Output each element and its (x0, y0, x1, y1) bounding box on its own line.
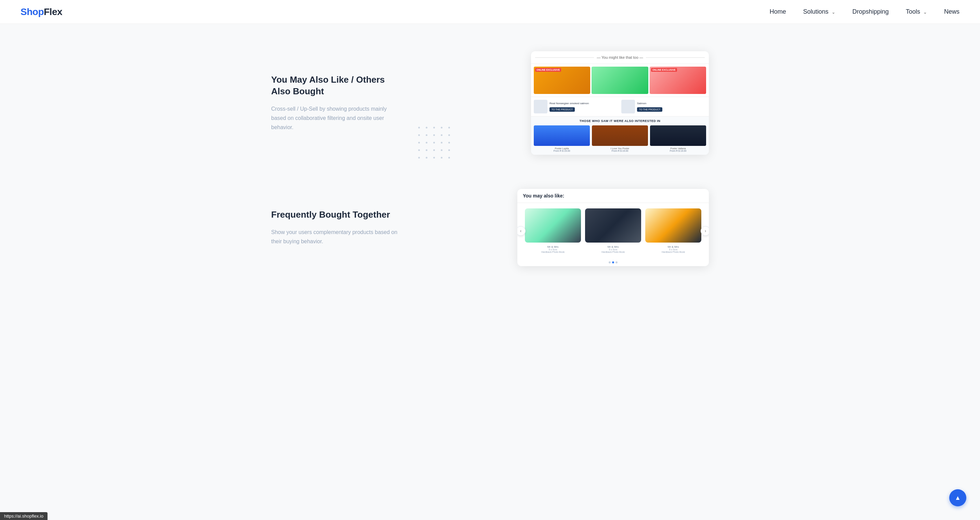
section-also-like-title: You May Also Like / Others Also Bought (271, 74, 401, 97)
to-product-button-2[interactable]: TO THE PRODUCT (637, 107, 662, 112)
mock-products-row: ONLINE EXCLUSIVE ONLINE EXCLUSIVE (531, 64, 709, 97)
mock-product-card-info-2: Salmon TO THE PRODUCT (637, 102, 706, 112)
dot-1 (609, 262, 611, 263)
mock-product-card-row: Real Norwegian smoked salmon TO THE PROD… (531, 97, 709, 116)
section-freq-bought-desc: Show your users complementary products b… (271, 228, 401, 246)
mock-interested-item-1: Poster Lupita From R $ 19.00 (534, 125, 590, 152)
mock-freq-product-3: Mr & Mrs 5 x 5cm Hardback Photo Book (643, 208, 703, 253)
logo-flex: Flex (44, 6, 62, 17)
main-content: You May Also Like / Others Also Bought C… (251, 24, 729, 328)
nav-item-news[interactable]: News (944, 8, 959, 15)
wedding-img-3 (645, 208, 701, 243)
nav-link-dropshipping[interactable]: Dropshipping (853, 8, 889, 15)
section-also-like: You May Also Like / Others Also Bought C… (271, 51, 709, 155)
online-badge-1: ONLINE EXCLUSIVE (535, 68, 561, 72)
wedding-img-1 (525, 208, 581, 243)
poster-love-img (592, 125, 648, 146)
nav-item-solutions[interactable]: Solutions ⌄ (803, 8, 835, 15)
logo-shop: Shop (21, 6, 44, 17)
chevron-down-icon-tools: ⌄ (923, 10, 927, 15)
navbar: ShopFlex Home Solutions ⌄ Dropshipping T… (0, 0, 980, 24)
mock-interested-item-3: Poster Valtana From R $ 19.00 (650, 125, 706, 152)
section-also-like-text: You May Also Like / Others Also Bought C… (271, 74, 401, 132)
chevron-down-icon: ⌄ (832, 10, 835, 15)
poster-valtana-img (650, 125, 706, 146)
mock-freq-header: You may also like: (517, 189, 709, 203)
nav-item-tools[interactable]: Tools ⌄ (906, 8, 927, 15)
mock-freq-product-1: Mr & Mrs 5 x 5cm Hardback Photo Book (523, 208, 583, 253)
mock-freq-bought-card: You may also like: ‹ Mr & Mrs 5 x 5cm Ha… (517, 189, 709, 266)
mock-freq-product-2: Mr & Mrs 5 x 5cm Hardback Photo Book (583, 208, 643, 253)
mock-product-card-img-1 (534, 100, 547, 113)
section-freq-bought-visual: You may also like: ‹ Mr & Mrs 5 x 5cm Ha… (428, 189, 709, 266)
mock-product-card-1: Real Norwegian smoked salmon TO THE PROD… (534, 100, 619, 113)
wedding-img-2 (585, 208, 641, 243)
mock-freq-dots (517, 258, 709, 266)
nav-link-home[interactable]: Home (770, 8, 786, 15)
section-freq-bought-title: Frequently Bought Together (271, 209, 401, 221)
mock-product-thumb-3: ONLINE EXCLUSIVE (650, 67, 706, 94)
mock-also-interested: THOSE WHO SAW IT WERE ALSO INTERESTED IN… (531, 116, 709, 155)
section-also-like-desc: Cross-sell / Up-Sell by showing products… (271, 104, 401, 132)
nav-item-home[interactable]: Home (770, 8, 786, 15)
mock-product-card-2: Salmon TO THE PRODUCT (621, 100, 706, 113)
mock-interested-item-2: I Love You Poster From R $ 19.00 (592, 125, 648, 152)
nav-link-tools[interactable]: Tools ⌄ (906, 8, 927, 15)
status-bar: https://ai.shopflex.io (0, 512, 48, 520)
nav-link-solutions[interactable]: Solutions ⌄ (803, 8, 835, 15)
section-freq-bought: Frequently Bought Together Show your use… (271, 189, 709, 266)
mock-product-card-info-1: Real Norwegian smoked salmon TO THE PROD… (549, 102, 619, 112)
section-freq-bought-text: Frequently Bought Together Show your use… (271, 209, 401, 246)
mock-product-thumb-1: ONLINE EXCLUSIVE (534, 67, 590, 94)
logo[interactable]: ShopFlex (21, 6, 62, 17)
nav-link-news[interactable]: News (944, 8, 959, 15)
mock-freq-products: ‹ Mr & Mrs 5 x 5cm Hardback Photo Book M… (517, 203, 709, 258)
nav-item-dropshipping[interactable]: Dropshipping (853, 8, 889, 15)
poster-lupita-img (534, 125, 590, 146)
mock-also-like-header: — You might like that too — (531, 51, 709, 64)
mock-product-card-img-2 (621, 100, 635, 113)
dot-3 (616, 262, 617, 263)
mock-product-thumb-2 (592, 67, 648, 94)
dot-grid-decoration (418, 127, 453, 162)
next-button[interactable]: › (701, 226, 709, 236)
nav-links: Home Solutions ⌄ Dropshipping Tools ⌄ Ne… (770, 8, 959, 15)
dot-2 (612, 262, 614, 263)
to-product-button-1[interactable]: TO THE PRODUCT (549, 107, 575, 112)
scroll-top-button[interactable]: ▲ (949, 489, 966, 506)
section-also-like-visual: — You might like that too — ONLINE EXCLU… (428, 51, 709, 155)
online-badge-3: ONLINE EXCLUSIVE (651, 68, 677, 72)
mock-also-like-card: — You might like that too — ONLINE EXCLU… (531, 51, 709, 155)
mock-interested-row: Poster Lupita From R $ 19.00 I Love You … (534, 125, 706, 152)
